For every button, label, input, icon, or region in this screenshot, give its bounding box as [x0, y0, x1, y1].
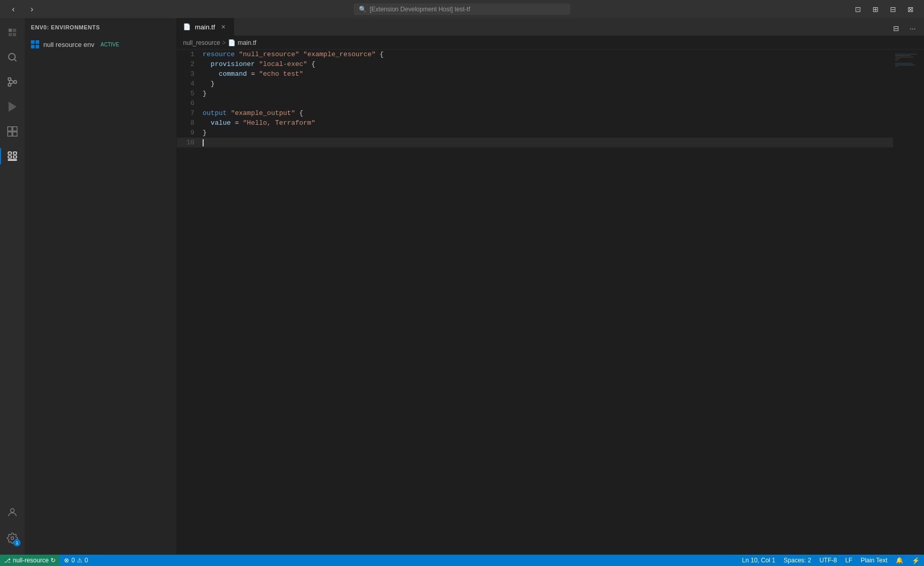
warning-count: 0	[85, 557, 88, 564]
sidebar: ENV0: ENVIRONMENTS null resource env ACT…	[25, 18, 177, 555]
tab-bar: 📄 main.tf × ⊟ ···	[177, 18, 924, 36]
split-editor-button[interactable]: ⊟	[889, 21, 903, 36]
status-spaces[interactable]: Spaces: 2	[780, 555, 815, 566]
svg-rect-12	[8, 156, 11, 158]
status-git-branch[interactable]: ⎇ null-resource ↻	[0, 555, 60, 566]
line-number-4: 4	[177, 79, 203, 89]
code-editor[interactable]: 1 resource "null_resource" "example_reso…	[177, 49, 893, 555]
layout-editor-btn[interactable]: ⊟	[886, 2, 900, 16]
svg-rect-14	[8, 159, 17, 160]
breadcrumb-file-icon: 📄	[228, 39, 236, 46]
tab-file-icon: 📄	[183, 23, 191, 30]
line-number-10: 10	[177, 138, 203, 147]
line-number-3: 3	[177, 69, 203, 79]
breadcrumb-filename: main.tf	[238, 39, 256, 46]
cursor-position-text: Ln 10, Col 1	[742, 557, 776, 564]
status-encoding[interactable]: UTF-8	[815, 555, 841, 566]
sidebar-item-env[interactable]: null resource env ACTIVE	[25, 36, 176, 53]
svg-point-0	[9, 54, 15, 60]
activity-item-search[interactable]	[0, 45, 25, 70]
line-content-7: output "example_output" {	[203, 108, 893, 118]
svg-rect-7	[13, 127, 17, 131]
code-line-7: 7 output "example_output" {	[177, 108, 893, 118]
editor-container: 1 resource "null_resource" "example_reso…	[177, 49, 924, 555]
status-bar-left: ⎇ null-resource ↻ ⊗ 0 ⚠ 0	[0, 555, 92, 566]
activity-item-run[interactable]	[0, 94, 25, 119]
svg-rect-13	[13, 156, 16, 158]
code-line-4: 4 }	[177, 79, 893, 89]
line-number-8: 8	[177, 118, 203, 128]
env-status-badge: ACTIVE	[101, 42, 119, 47]
code-line-5: 5 }	[177, 89, 893, 98]
minimap-line	[895, 64, 915, 65]
status-remote[interactable]: ⚡	[908, 555, 924, 566]
code-line-10: 10	[177, 138, 893, 147]
title-bar: ‹ › 🔍 [Extension Development Host] test-…	[0, 0, 924, 18]
more-actions-button[interactable]: ···	[905, 21, 920, 36]
breadcrumb-folder[interactable]: null_resource	[183, 39, 220, 46]
code-line-1: 1 resource "null_resource" "example_reso…	[177, 49, 893, 59]
code-line-6: 6	[177, 98, 893, 108]
layout-split-btn[interactable]: ⊞	[868, 2, 883, 16]
tab-filename: main.tf	[195, 23, 215, 31]
warning-icon: ⚠	[77, 557, 82, 564]
line-number-5: 5	[177, 89, 203, 98]
code-line-2: 2 provisioner "local-exec" {	[177, 59, 893, 69]
line-content-9: }	[203, 128, 893, 138]
status-language[interactable]: Plain Text	[856, 555, 892, 566]
encoding-text: UTF-8	[819, 557, 837, 564]
back-button[interactable]: ‹	[6, 2, 21, 16]
search-text: [Extension Development Host] test-tf	[370, 6, 470, 13]
svg-point-15	[10, 509, 14, 512]
layout-custom-btn[interactable]: ⊠	[903, 2, 918, 16]
tab-close-button[interactable]: ×	[219, 23, 227, 31]
status-errors[interactable]: ⊗ 0 ⚠ 0	[60, 555, 92, 566]
svg-marker-4	[9, 103, 16, 111]
line-number-9: 9	[177, 128, 203, 138]
minimap-line	[895, 54, 917, 55]
breadcrumb: null_resource > 📄 main.tf	[177, 36, 924, 49]
status-cursor-position[interactable]: Ln 10, Col 1	[738, 555, 780, 566]
status-line-ending[interactable]: LF	[841, 555, 856, 566]
svg-rect-11	[13, 152, 16, 155]
nav-controls: ‹ ›	[6, 2, 39, 16]
activity-bar-bottom: 1	[0, 500, 25, 555]
language-text: Plain Text	[861, 557, 887, 564]
layout-panel-btn[interactable]: ⊡	[851, 2, 865, 16]
minimap-line	[895, 57, 914, 58]
line-content-1: resource "null_resource" "example_resour…	[203, 49, 893, 59]
activity-bar: 1	[0, 18, 25, 555]
error-count: 0	[71, 557, 75, 564]
activity-item-source-control[interactable]	[0, 70, 25, 94]
status-notifications[interactable]: 🔔	[892, 555, 908, 566]
svg-point-3	[14, 80, 17, 84]
search-icon: 🔍	[359, 6, 367, 13]
title-actions: ⊡ ⊞ ⊟ ⊠	[851, 2, 918, 16]
env-grid-icon	[31, 40, 39, 48]
line-number-6: 6	[177, 98, 203, 108]
settings-badge: 1	[13, 539, 21, 546]
main-layout: 1 ENV0: ENVIRONMENTS null resource env A…	[0, 18, 924, 555]
breadcrumb-file[interactable]: 📄 main.tf	[228, 39, 256, 46]
svg-point-16	[11, 537, 14, 540]
activity-item-account[interactable]	[0, 500, 25, 525]
activity-item-environments[interactable]	[0, 144, 25, 169]
error-icon: ⊗	[64, 557, 69, 564]
line-ending-text: LF	[845, 557, 852, 564]
sidebar-title: ENV0: ENVIRONMENTS	[25, 18, 176, 36]
activity-item-extensions[interactable]	[0, 119, 25, 144]
tab-main-tf[interactable]: 📄 main.tf ×	[177, 18, 234, 36]
svg-rect-8	[8, 132, 12, 136]
search-bar[interactable]: 🔍 [Extension Development Host] test-tf	[354, 4, 570, 15]
minimap-line	[895, 63, 913, 64]
forward-button[interactable]: ›	[25, 2, 39, 16]
activity-item-settings[interactable]: 1	[0, 526, 25, 551]
code-line-3: 3 command = "echo test"	[177, 69, 893, 79]
line-number-1: 1	[177, 49, 203, 59]
activity-item-explorer[interactable]	[0, 20, 25, 45]
git-branch-name: null-resource	[13, 557, 48, 564]
svg-rect-10	[8, 152, 11, 155]
git-branch-icon: ⎇	[4, 557, 11, 564]
line-content-3: command = "echo test"	[203, 69, 893, 79]
env-name: null resource env	[43, 41, 94, 48]
